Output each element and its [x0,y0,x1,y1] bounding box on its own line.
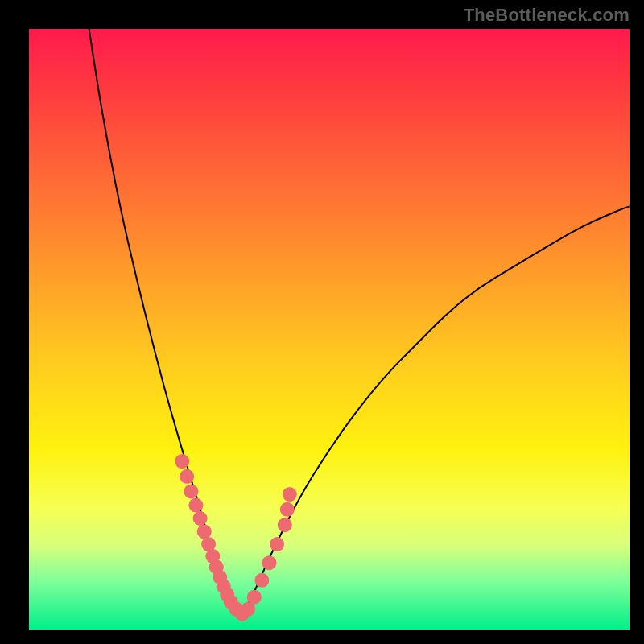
plot-area [29,29,630,630]
watermark-text: TheBottleneck.com [464,5,630,26]
chart-stage: TheBottleneck.com [0,0,644,644]
